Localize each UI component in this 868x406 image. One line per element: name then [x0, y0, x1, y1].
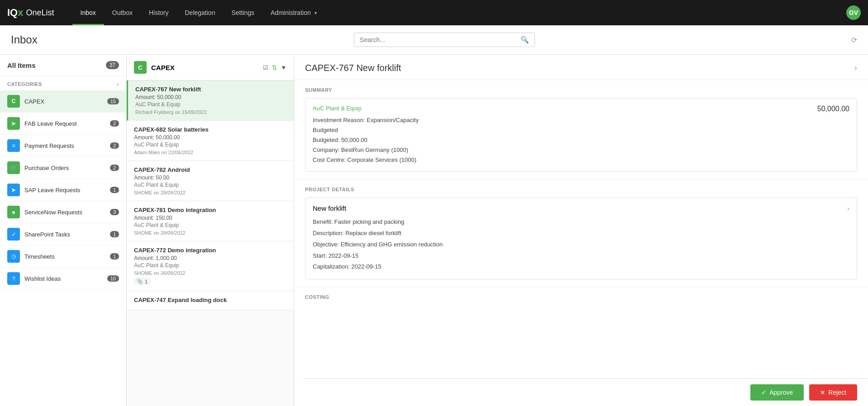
page-title: Inbox [11, 33, 38, 46]
project-benefit: Benefit: Faster picking and packing [313, 217, 849, 228]
list-item-org: AuC Plant & Equip [134, 222, 286, 228]
project-capitalization: Capitalization: 2022-09-15 [313, 261, 849, 273]
logo-x: x [18, 7, 23, 19]
capex-icon: C [7, 95, 20, 108]
sidebar-item-purchase-label: Purchase Orders [24, 165, 105, 171]
collapse-icon[interactable]: ‹ [117, 80, 119, 88]
sidebar-item-servicenow[interactable]: ● ServiceNow Requests 3 [0, 201, 126, 223]
nav-item-history[interactable]: History [141, 0, 177, 25]
company: Company: BestRun Germany (1000) [313, 145, 849, 155]
project-title: New forklift › [313, 204, 849, 212]
sidebar-item-payment[interactable]: ≡ Payment Requests 2 [0, 135, 126, 157]
summary-amount: 50,000.00 [817, 105, 849, 113]
sidebar-item-wishlist[interactable]: ? Wishlist Ideas 10 [0, 268, 126, 290]
list-item-org: AuC Plant & Equip [134, 182, 286, 188]
approve-button[interactable]: ✓ Approve [750, 384, 804, 401]
sidebar-item-wishlist-count: 10 [107, 275, 119, 282]
main-content: All Items 37 CATEGORIES ‹ C CAPEX 15 ➤ F… [0, 55, 868, 406]
detail-header: CAPEX-767 New forklift › [294, 55, 868, 80]
list-item-capex-747[interactable]: CAPEX-747 Expand loading dock [127, 291, 294, 311]
budgeted-amount: Budgeted: 50,000.00 [313, 135, 849, 145]
sidebar-item-servicenow-count: 3 [110, 209, 119, 215]
sidebar-item-timesheets-count: 1 [110, 253, 119, 260]
categories-header: CATEGORIES ‹ [0, 76, 126, 90]
sidebar-item-sap-label: SAP Leave Requests [24, 187, 105, 194]
sidebar-item-payment-label: Payment Requests [24, 142, 105, 149]
filter-icon[interactable]: ▼ [281, 64, 286, 71]
sidebar-item-timesheets[interactable]: ◷ Timesheets 1 [0, 245, 126, 268]
list-item-capex-772[interactable]: CAPEX-772 Demo integration Amount: 1,000… [127, 241, 294, 291]
sidebar-item-capex[interactable]: C CAPEX 15 [0, 90, 126, 113]
nav-item-settings[interactable]: Settings [223, 0, 262, 25]
nav-item-administration[interactable]: Administration ▾ [262, 0, 325, 25]
list-item-capex-682[interactable]: CAPEX-682 Solar batteries Amount: 50,000… [127, 121, 294, 161]
check-all-icon[interactable]: ☑ [263, 64, 268, 71]
nav-item-outbox[interactable]: Outbox [104, 0, 141, 25]
investment-reason: Investment Reason: Expansion/Capacity [313, 115, 849, 125]
payment-icon: ≡ [7, 139, 20, 152]
attachment-badge: 📎 1 [134, 278, 150, 285]
list-item-title: CAPEX-767 New forklift [135, 86, 286, 93]
app-logo: IQx OneList [7, 7, 54, 19]
sidebar-item-payment-count: 2 [110, 142, 119, 149]
summary-section: SUMMARY AuC Plant & Equip 50,000.00 Inve… [294, 80, 868, 179]
detail-expand-icon[interactable]: › [854, 63, 857, 73]
list-item-org: AuC Plant & Equip [134, 142, 286, 148]
sidebar-item-sap-count: 1 [110, 187, 119, 193]
nav-item-inbox[interactable]: Inbox [72, 0, 104, 25]
sharepoint-icon: ✓ [7, 228, 20, 241]
logo-name: OneList [26, 8, 54, 18]
sidebar-item-servicenow-label: ServiceNow Requests [24, 209, 105, 216]
project-objective: Objective: Efficiency and GHG emission r… [313, 239, 849, 250]
logo-iq: IQ [7, 7, 18, 19]
attachment-count: 1 [145, 279, 148, 284]
list-item-capex-767[interactable]: CAPEX-767 New forklift Amount: 50,000.00… [127, 80, 294, 121]
servicenow-icon: ● [7, 206, 20, 218]
list-item-meta: SHOME on 28/09/2022 [134, 190, 286, 195]
sidebar-item-purchase[interactable]: 🛒 Purchase Orders 2 [0, 157, 126, 179]
list-item-title: CAPEX-747 Expand loading dock [134, 297, 286, 303]
sidebar-all-items[interactable]: All Items 37 [0, 55, 126, 76]
attachment-icon: 📎 [137, 279, 143, 284]
project-expand-icon[interactable]: › [847, 204, 849, 212]
list-item-meta: SHOME on 26/09/2022 [134, 270, 286, 276]
sidebar-item-sharepoint-count: 1 [110, 231, 119, 237]
timesheets-icon: ◷ [7, 250, 20, 263]
summary-box: AuC Plant & Equip 50,000.00 Investment R… [305, 98, 857, 172]
list-item-title: CAPEX-682 Solar batteries [134, 126, 286, 133]
list-item-title: CAPEX-782 Android [134, 166, 286, 173]
user-avatar[interactable]: GV [846, 5, 861, 20]
sidebar-item-wishlist-label: Wishlist Ideas [24, 275, 103, 282]
sidebar-item-capex-count: 15 [107, 98, 119, 104]
reject-button[interactable]: ✕ Reject [809, 384, 857, 401]
refresh-icon[interactable]: ⟳ [851, 36, 857, 44]
list-item-meta: Adam Miles on 22/06/2022 [134, 150, 286, 155]
search-bar: 🔍 [354, 33, 535, 47]
sidebar-item-fab[interactable]: ➤ FAB Leave Request 2 [0, 113, 126, 135]
list-item-amount: Amount: 150.00 [134, 215, 286, 221]
list-item-amount: Amount: 50,000.00 [135, 94, 286, 100]
sidebar-item-sap[interactable]: ➤ SAP Leave Requests 1 [0, 179, 126, 201]
sap-icon: ➤ [7, 184, 20, 196]
nav-item-delegation[interactable]: Delegation [176, 0, 223, 25]
search-icon[interactable]: 🔍 [520, 36, 529, 44]
middle-header: C CAPEX ☑ ⇅ ▼ [127, 55, 294, 80]
list-item-capex-781[interactable]: CAPEX-781 Demo integration Amount: 150.0… [127, 201, 294, 241]
list-item-capex-782[interactable]: CAPEX-782 Android Amount: 50.00 AuC Plan… [127, 161, 294, 201]
project-start: Start: 2022-09-15 [313, 250, 849, 262]
detail-panel: CAPEX-767 New forklift › SUMMARY AuC Pla… [294, 55, 868, 406]
project-details-section: PROJECT DETAILS New forklift › Benefit: … [294, 179, 868, 287]
page-header: Inbox 🔍 ⟳ [0, 25, 868, 55]
sidebar-item-fab-label: FAB Leave Request [24, 120, 105, 127]
project-description: Description: Replace diesel forklift [313, 228, 849, 239]
search-input[interactable] [360, 36, 517, 43]
cost-centre: Cost Centre: Corporate Services (1000) [313, 155, 849, 165]
list-item-org: AuC Plant & Equip [134, 262, 286, 269]
project-details: Benefit: Faster picking and packing Desc… [313, 217, 849, 272]
costing-section: COSTING [294, 287, 868, 307]
project-details-label: PROJECT DETAILS [305, 187, 857, 192]
sidebar-item-fab-count: 2 [110, 120, 119, 127]
sort-icon[interactable]: ⇅ [272, 64, 277, 71]
middle-header-actions: ☑ ⇅ ▼ [263, 64, 286, 71]
sidebar-item-sharepoint[interactable]: ✓ SharePoint Tasks 1 [0, 223, 126, 245]
